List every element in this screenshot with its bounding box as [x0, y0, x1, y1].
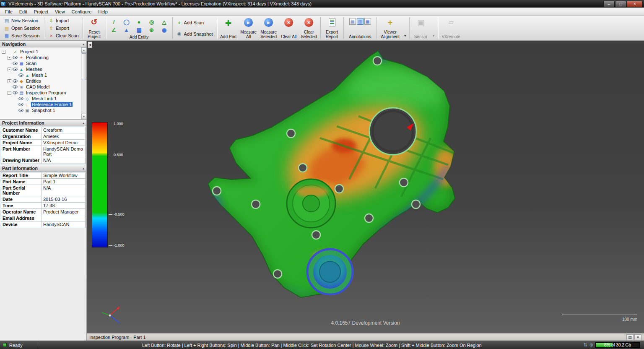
measure-all-button[interactable]: ▶ Measure All: [239, 16, 259, 40]
save-session-button[interactable]: ▦ Save Session: [2, 32, 42, 39]
menu-item[interactable]: Configure: [68, 8, 95, 15]
close-button-icon[interactable]: ×: [627, 1, 643, 7]
part-information-header[interactable]: Part Information ▴: [0, 165, 86, 172]
entity-icon[interactable]: ●: [138, 19, 141, 25]
menu-item[interactable]: Help: [95, 8, 111, 15]
annotation-table-icon[interactable]: ▤: [349, 18, 356, 25]
visibility-eye-icon[interactable]: [13, 56, 18, 59]
collapse-chevron-icon[interactable]: ▴: [83, 167, 84, 170]
field-value[interactable]: VXinspect Demo: [42, 140, 85, 146]
tree-expander-icon[interactable]: −: [2, 50, 5, 54]
export-report-button[interactable]: Export Report: [322, 16, 342, 40]
collapse-chevron-icon[interactable]: ▴: [83, 42, 84, 46]
visibility-eye-icon[interactable]: [18, 97, 23, 100]
menu-item[interactable]: File: [2, 8, 16, 15]
tree-item[interactable]: + ◆ Entities: [0, 78, 80, 84]
entity-icon[interactable]: ∠: [112, 27, 117, 33]
annotation-label-icon[interactable]: ▦: [364, 18, 371, 25]
visibility-eye-icon[interactable]: [18, 103, 23, 106]
tree-expander-icon[interactable]: +: [8, 79, 11, 83]
tree-item[interactable]: − ▲ Meshes: [0, 66, 80, 72]
project-information-header[interactable]: Project Information ▴: [0, 120, 86, 126]
field-value[interactable]: 17:48: [42, 203, 85, 208]
field-value[interactable]: HandySCAN: [42, 221, 85, 228]
scroll-thumb[interactable]: [82, 53, 86, 80]
sidebar-collapse-icon[interactable]: ◀: [88, 42, 92, 48]
entity-icon[interactable]: ▦: [136, 27, 141, 33]
colorbar-value: 0.500: [114, 153, 123, 157]
tree-scrollbar[interactable]: ▴ ▾: [81, 47, 86, 119]
sensor-dropdown-icon[interactable]: ▾: [431, 16, 436, 40]
field-value[interactable]: HandySCAN Demo Part: [42, 146, 85, 157]
tree-item[interactable]: ▲ Mesh 1: [0, 72, 80, 78]
viewer-alignment-dropdown-icon[interactable]: ▾: [402, 16, 408, 40]
annotation-flag-icon[interactable]: ▥: [357, 18, 364, 25]
import-button[interactable]: ⇩ Import: [47, 17, 80, 24]
field-value[interactable]: Creaform: [42, 127, 85, 133]
open-session-button[interactable]: ▥ Open Session: [2, 25, 42, 32]
menu-item[interactable]: Project: [31, 8, 52, 15]
menu-item[interactable]: Edit: [16, 8, 31, 15]
active-tab-label[interactable]: Inspection Program - Part 1: [89, 335, 626, 340]
scanned-part-model[interactable]: [87, 41, 644, 333]
tree-item[interactable]: ◇ Mesh Link 1: [0, 96, 80, 102]
scroll-up-icon[interactable]: ▴: [81, 47, 87, 53]
clear-all-button[interactable]: × Clear All: [279, 16, 299, 40]
visibility-eye-icon[interactable]: [18, 73, 23, 77]
viewer-alignment-button[interactable]: + Viewer Alignment: [378, 16, 402, 40]
field-value[interactable]: Simple Workflow: [42, 172, 85, 178]
sensor-button[interactable]: ▣ Sensor: [411, 16, 431, 40]
measure-selected-button[interactable]: ▶ Measure Selected: [259, 16, 279, 40]
field-value[interactable]: N/A: [42, 185, 85, 196]
visibility-eye-icon[interactable]: [13, 79, 18, 83]
reset-project-button[interactable]: ↺ Reset Project: [84, 16, 104, 40]
visibility-eye-icon[interactable]: [18, 109, 23, 112]
add-snapshot-button[interactable]: ◉ Add Snapshot: [175, 30, 215, 37]
maximize-button-icon[interactable]: □: [615, 1, 626, 7]
add-scan-button[interactable]: + Add Scan: [175, 19, 215, 26]
minimize-button-icon[interactable]: –: [603, 1, 615, 7]
collapse-chevron-icon[interactable]: ▴: [83, 121, 84, 125]
tree-expander-icon[interactable]: −: [8, 91, 11, 95]
field-value[interactable]: Part 1: [42, 179, 85, 185]
tree-item[interactable]: − ✓ Project 1: [0, 49, 80, 55]
visibility-eye-icon[interactable]: [13, 85, 18, 89]
tree-item[interactable]: + + Positioning: [0, 55, 80, 60]
tree-item[interactable]: ▣ Snapshot 1: [0, 107, 80, 113]
menu-item[interactable]: View: [52, 8, 68, 15]
new-session-button[interactable]: ▤ New Session: [2, 17, 42, 24]
visibility-eye-icon[interactable]: [13, 62, 18, 65]
field-value[interactable]: N/A: [42, 157, 85, 164]
entity-icon[interactable]: ◯: [123, 19, 130, 25]
entity-icon[interactable]: ◎: [149, 19, 154, 25]
zoom-region-icon[interactable]: ⊕: [589, 342, 593, 348]
entity-icon[interactable]: ▲: [124, 27, 129, 33]
clear-selected-button[interactable]: × Clear Selected: [299, 16, 319, 40]
tree-item[interactable]: ∟ Reference Frame 1: [0, 102, 80, 107]
tree-expander-icon[interactable]: −: [8, 68, 11, 71]
export-button[interactable]: ⇧ Export: [47, 25, 80, 32]
entity-icon[interactable]: △: [162, 19, 166, 25]
clear-scan-button[interactable]: × Clear Scan: [47, 32, 80, 39]
entity-icon[interactable]: ◉: [162, 27, 166, 33]
vxremote-button[interactable]: ▱ VXremote: [439, 16, 463, 40]
annotations-button[interactable]: ▤ ▥ ▦ Annotations: [345, 16, 375, 40]
tree-item[interactable]: ▦ Scan: [0, 60, 80, 66]
entity-icon[interactable]: /: [113, 19, 115, 25]
field-value[interactable]: [42, 215, 85, 221]
field-value[interactable]: 2015-03-16: [42, 196, 85, 202]
tab-list-icon[interactable]: ▤: [626, 334, 634, 340]
field-value[interactable]: Ametek: [42, 133, 85, 139]
navigation-panel-header[interactable]: Navigation ▴: [0, 41, 86, 47]
tree-item[interactable]: ■ CAD Model: [0, 84, 80, 90]
visibility-eye-icon[interactable]: [13, 68, 18, 71]
entity-icon[interactable]: ⊕: [149, 27, 154, 33]
tree-expander-icon[interactable]: +: [8, 56, 11, 60]
add-part-button[interactable]: + Add Part: [218, 16, 239, 40]
tree-item[interactable]: − ▤ Inspection Program: [0, 90, 80, 96]
visibility-eye-icon[interactable]: [13, 91, 18, 94]
scroll-down-icon[interactable]: ▾: [81, 114, 87, 119]
viewport-3d[interactable]: ◀ 1.0000.500-0.500-1.000 4.0.1657 Develo…: [87, 41, 644, 333]
tab-dropdown-icon[interactable]: ▾: [634, 334, 641, 340]
field-value[interactable]: Product Manager: [42, 209, 85, 215]
